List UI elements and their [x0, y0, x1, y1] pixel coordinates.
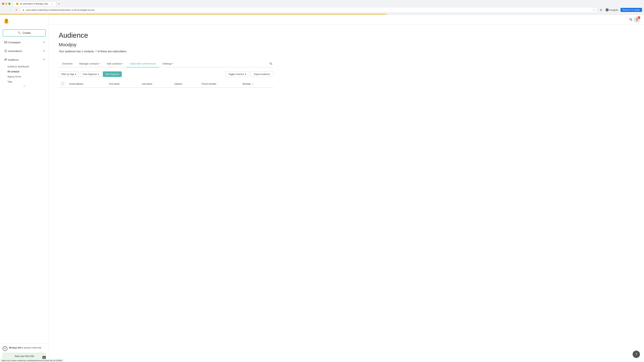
toolbar-left: Filter by Tags ▾ View Segment ▾ New Segm…: [59, 71, 122, 77]
tab-add-contacts[interactable]: Add contacts ▾: [104, 60, 126, 67]
extensions-button[interactable]: ⊞: [598, 7, 603, 12]
main-inner: Audience Moodjoy Your audience has 8 con…: [49, 25, 284, 94]
app: ✏️ Create Campaigns ▼ Automations ▼ Audi…: [0, 14, 644, 362]
contacts-table-container: Email Address First Name Last Name Addre…: [59, 80, 273, 88]
tab-close-button[interactable]: ✕: [51, 2, 54, 5]
trial-info: ⏱ 89 days left to access a free trial.: [3, 346, 46, 351]
start-trial-button[interactable]: Start your free trial: [3, 353, 46, 359]
sidebar-item-campaigns[interactable]: Campaigns ▼: [1, 38, 48, 46]
view-segment-label: View Segment: [83, 73, 97, 75]
mailchimp-logo: [3, 17, 10, 25]
bookmark-icon[interactable]: ☆: [593, 8, 595, 11]
toolbar-right: Toggle Columns ▾ Export Audience: [226, 71, 273, 77]
avatar-initial: S: [636, 18, 638, 21]
sidebar-logo-area: [0, 14, 48, 26]
back-button[interactable]: ←: [2, 7, 7, 12]
create-button[interactable]: ✏️ Create: [3, 29, 46, 36]
svg-point-6: [5, 59, 6, 60]
svg-point-2: [5, 19, 6, 20]
trial-days: 89 days left: [9, 347, 21, 349]
svg-point-8: [630, 18, 632, 20]
tab-manage-contacts[interactable]: Manage contacts ▾: [76, 60, 104, 67]
tab-settings[interactable]: Settings ▾: [159, 60, 176, 67]
table-header-birthday[interactable]: Birthday ▼: [240, 80, 273, 88]
toggle-columns-label: Toggle Columns: [228, 73, 244, 75]
tab-subscriber-preferences-label: Subscriber preferences: [130, 62, 156, 65]
reload-button[interactable]: ✕: [14, 7, 19, 12]
add-contacts-chevron: ▾: [122, 62, 123, 65]
sidebar-item-audience-dashboard[interactable]: Audience dashboard: [8, 64, 48, 69]
help-button[interactable]: ?: [632, 351, 640, 358]
address-bar[interactable]: 🔒 us21.admin.mailchimp.com/lists/members…: [20, 7, 597, 12]
tab-subscriber-preferences[interactable]: Subscriber preferences: [126, 60, 159, 67]
clock-icon: ⏱: [3, 346, 8, 351]
sidebar-collapse-icon[interactable]: ◧: [42, 356, 46, 359]
contacts-table: Email Address First Name Last Name Addre…: [59, 80, 273, 88]
avatar-button[interactable]: S 1: [634, 16, 640, 23]
window-maximize-button[interactable]: [8, 3, 10, 5]
table-header-lastname: Last Name: [139, 80, 172, 88]
avatar-badge: 1: [638, 16, 640, 19]
window-controls: [2, 3, 10, 5]
stats-mid: contacts.: [83, 50, 95, 53]
filter-by-tags-button[interactable]: Filter by Tags ▾: [59, 71, 79, 77]
incognito-button[interactable]: S Incognito: [604, 8, 620, 12]
sidebar-item-audience[interactable]: Audience ▲: [1, 56, 48, 64]
forward-button[interactable]: →: [8, 7, 13, 12]
filter-chevron-icon: ▾: [75, 73, 76, 75]
sidebar-item-signup-forms[interactable]: Signup forms: [8, 74, 48, 79]
status-bar: https://us21.admin.mailchimp.com/lists/p…: [0, 359, 64, 362]
tab-favicon: [16, 3, 18, 5]
incognito-icon: S: [606, 8, 608, 11]
incognito-label: Incognito: [609, 9, 618, 11]
export-audience-button[interactable]: Export Audience: [250, 71, 273, 77]
settings-chevron: ▾: [172, 62, 173, 65]
svg-point-7: [6, 59, 7, 60]
relaunch-button[interactable]: Relaunch to update: [620, 8, 642, 12]
main-content: S 1 Audience Moodjoy Your audience has 8…: [49, 14, 644, 362]
browser-chrome: All subscribers of Moodjoy | Ma... ✕ + ←…: [0, 0, 644, 14]
filter-by-tags-label: Filter by Tags: [61, 73, 74, 75]
sidebar-item-automations[interactable]: Automations ▼: [1, 47, 48, 55]
new-tab-button[interactable]: +: [57, 1, 62, 6]
loading-bar: [0, 14, 386, 14]
tab-overview[interactable]: Overview: [59, 60, 76, 67]
new-segment-button[interactable]: New Segment: [103, 71, 122, 77]
sidebar-item-tags[interactable]: Tags: [8, 79, 48, 84]
birthday-column-label: Birthday: [243, 83, 251, 85]
automations-label: Automations: [8, 50, 43, 52]
last-name-column-label: Last Name: [142, 83, 152, 85]
audience-name: Moodjoy: [59, 42, 273, 47]
create-label: Create: [22, 31, 30, 34]
sidebar-item-all-contacts[interactable]: All contacts: [8, 69, 48, 74]
toggle-cols-chevron: ▾: [245, 73, 246, 75]
tab-bar: All subscribers of Moodjoy | Ma... ✕ +: [13, 1, 62, 6]
window-minimize-button[interactable]: [5, 3, 8, 5]
table-header-email: Email Address: [67, 80, 106, 88]
active-tab[interactable]: All subscribers of Moodjoy | Ma... ✕: [13, 1, 56, 6]
audience-icon: [3, 57, 8, 62]
trial-text: 89 days left to access a free trial.: [9, 346, 42, 349]
svg-point-3: [7, 19, 8, 20]
toolbar: Filter by Tags ▾ View Segment ▾ New Segm…: [59, 71, 273, 77]
sidebar: ✏️ Create Campaigns ▼ Automations ▼ Audi…: [0, 14, 49, 362]
table-header-firstname: First Name: [106, 80, 139, 88]
browser-navbar: ← → ✕ 🔒 us21.admin.mailchimp.com/lists/m…: [0, 6, 644, 14]
svg-point-9: [270, 62, 272, 64]
audience-label: Audience: [8, 58, 43, 61]
select-all-checkbox[interactable]: [62, 82, 64, 85]
search-button[interactable]: [628, 16, 634, 23]
tab-settings-label: Settings: [162, 62, 172, 65]
table-header-address: Address: [172, 80, 199, 88]
automations-icon: [3, 49, 8, 53]
view-segment-chevron: ▾: [98, 73, 99, 75]
table-header-checkbox: [59, 80, 67, 88]
window-close-button[interactable]: [2, 3, 4, 5]
view-segment-button[interactable]: View Segment ▾: [80, 71, 102, 77]
tab-search-button[interactable]: [269, 61, 273, 66]
audience-chevron: ▲: [43, 58, 45, 61]
tabs-bar: Overview Manage contacts ▾ Add contacts …: [59, 60, 273, 67]
birthday-sort-icon: ▼: [252, 83, 254, 85]
first-name-column-label: First Name: [109, 83, 120, 85]
toggle-columns-button[interactable]: Toggle Columns ▾: [226, 71, 249, 77]
